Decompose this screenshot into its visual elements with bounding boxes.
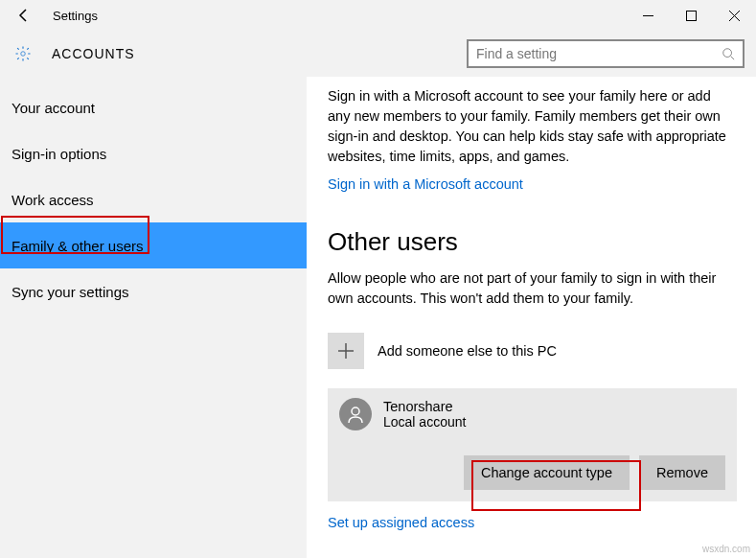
maximize-button[interactable] [670, 0, 713, 31]
sidebar-item-signin-options[interactable]: Sign-in options [0, 130, 307, 176]
plus-icon [328, 333, 364, 369]
gear-icon [11, 45, 34, 62]
family-intro-text: Sign in with a Microsoft account to see … [328, 86, 737, 167]
watermark: wsxdn.com [702, 544, 750, 554]
user-type: Local account [383, 414, 466, 430]
search-icon[interactable] [714, 47, 743, 60]
sidebar-item-label: Sign-in options [11, 146, 106, 162]
svg-point-1 [21, 52, 26, 57]
sidebar-item-sync-settings[interactable]: Sync your settings [0, 268, 307, 314]
sidebar-item-label: Family & other users [11, 238, 144, 254]
titlebar: Settings [0, 0, 756, 31]
change-account-type-button[interactable]: Change account type [464, 455, 630, 490]
other-users-heading: Other users [328, 227, 737, 257]
remove-button[interactable]: Remove [639, 455, 725, 490]
sidebar-item-label: Sync your settings [11, 284, 129, 300]
section-title: ACCOUNTS [52, 46, 135, 61]
sidebar-item-work-access[interactable]: Work access [0, 176, 307, 222]
other-users-desc: Allow people who are not part of your fa… [328, 268, 737, 309]
user-text: Tenorshare Local account [383, 399, 466, 430]
content: Your account Sign-in options Work access… [0, 77, 756, 558]
window-title: Settings [48, 9, 98, 23]
user-block: Tenorshare Local account Change account … [328, 388, 737, 501]
assigned-access-link[interactable]: Set up assigned access [328, 515, 474, 530]
svg-point-3 [352, 407, 359, 415]
user-name: Tenorshare [383, 399, 466, 414]
main-panel: Sign in with a Microsoft account to see … [307, 77, 756, 558]
sidebar-item-your-account[interactable]: Your account [0, 84, 307, 130]
avatar-icon [339, 398, 372, 430]
sidebar-item-label: Your account [11, 100, 95, 116]
add-someone-label: Add someone else to this PC [378, 343, 557, 359]
window-controls [627, 0, 756, 31]
signin-ms-account-link[interactable]: Sign in with a Microsoft account [328, 176, 523, 192]
back-button[interactable] [0, 0, 48, 31]
user-actions: Change account type Remove [339, 455, 725, 490]
minimize-button[interactable] [627, 0, 670, 31]
svg-point-2 [723, 49, 732, 58]
sidebar-item-family-other-users[interactable]: Family & other users [0, 222, 307, 268]
search-container [467, 39, 745, 68]
close-button[interactable] [713, 0, 756, 31]
user-row[interactable]: Tenorshare Local account [339, 398, 725, 430]
svg-rect-0 [687, 11, 697, 20]
add-someone-row[interactable]: Add someone else to this PC [328, 333, 737, 369]
sidebar: Your account Sign-in options Work access… [0, 77, 307, 558]
header: ACCOUNTS [0, 31, 756, 77]
sidebar-item-label: Work access [11, 192, 94, 208]
search-input[interactable] [469, 46, 714, 61]
